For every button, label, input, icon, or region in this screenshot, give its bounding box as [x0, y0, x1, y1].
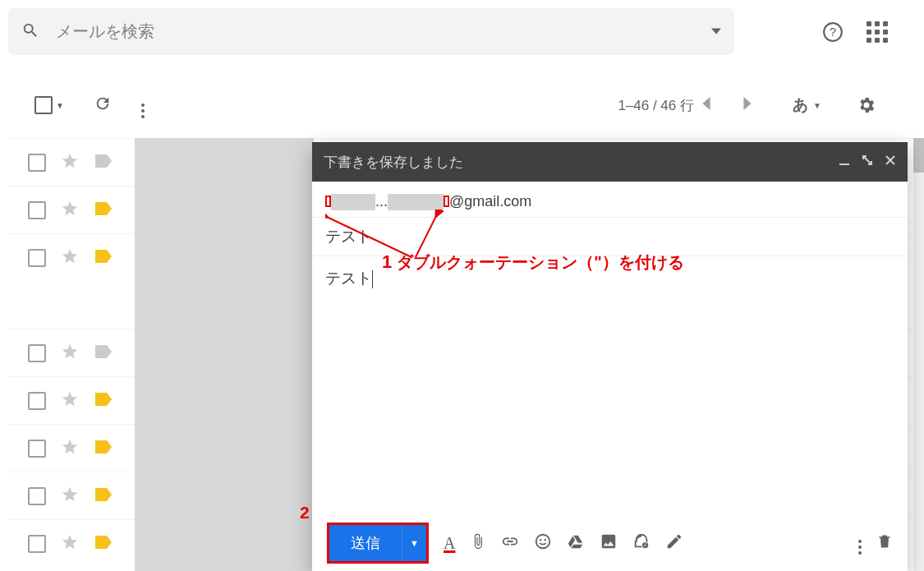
scrollbar[interactable]: [913, 138, 924, 571]
pagination-label: 1–46 / 46 行: [618, 82, 694, 128]
importance-icon[interactable]: [94, 486, 113, 507]
star-icon[interactable]: [61, 247, 79, 269]
svg-point-2: [536, 535, 550, 549]
list-preview-shade: [135, 138, 314, 571]
quote-mark-left: [325, 196, 331, 207]
row-checkbox[interactable]: [28, 154, 46, 172]
importance-icon[interactable]: [94, 390, 113, 412]
annotation-2: 2: [300, 503, 310, 523]
select-all-checkbox[interactable]: [34, 96, 53, 114]
star-icon[interactable]: [61, 200, 79, 221]
image-icon[interactable]: [600, 532, 618, 554]
drive-icon[interactable]: [567, 532, 585, 554]
importance-icon[interactable]: [94, 533, 113, 555]
prev-page-icon[interactable]: [702, 97, 710, 113]
row-checkbox[interactable]: [28, 535, 46, 553]
format-text-icon[interactable]: A: [444, 534, 455, 553]
search-icon: [21, 21, 39, 43]
subject-field[interactable]: テスト: [312, 218, 908, 256]
row-checkbox[interactable]: [28, 392, 46, 410]
svg-point-3: [540, 539, 542, 541]
select-all-dropdown-icon[interactable]: ▼: [56, 101, 64, 110]
body-field[interactable]: テスト: [312, 256, 908, 515]
row-checkbox[interactable]: [28, 487, 46, 505]
row-checkbox[interactable]: [28, 249, 46, 267]
redacted-local-1: [331, 194, 375, 210]
send-more-button[interactable]: ▼: [402, 525, 426, 561]
to-domain: @gmail.com: [449, 193, 531, 210]
search-placeholder: メールを検索: [56, 21, 711, 43]
star-icon[interactable]: [61, 486, 79, 507]
select-all[interactable]: ▼: [34, 96, 64, 114]
input-method-toggle[interactable]: あ▼: [793, 82, 821, 128]
star-icon[interactable]: [61, 152, 79, 173]
compose-toolbar: 送信 ▼ A: [312, 515, 908, 571]
scrollbar-thumb[interactable]: [913, 138, 924, 173]
toolbar: ▼ 1–46 / 46 行 あ▼: [8, 82, 916, 128]
star-icon[interactable]: [61, 343, 79, 364]
search-bar[interactable]: メールを検索: [8, 8, 734, 55]
close-icon[interactable]: [885, 154, 896, 170]
settings-icon[interactable]: [857, 82, 876, 128]
importance-icon[interactable]: [94, 343, 113, 364]
more-icon[interactable]: [141, 92, 145, 118]
emoji-icon[interactable]: [534, 532, 552, 554]
apps-icon[interactable]: [867, 21, 888, 43]
text-cursor: [372, 270, 373, 288]
send-button-highlight: 送信 ▼: [327, 523, 429, 564]
annotation-1: 1ダブルクォーテーション（"）を付ける: [382, 251, 684, 274]
row-checkbox[interactable]: [28, 344, 46, 362]
minimize-icon[interactable]: [839, 154, 850, 170]
more-options-icon[interactable]: [858, 532, 862, 555]
discard-icon[interactable]: [876, 532, 893, 554]
star-icon[interactable]: [61, 438, 79, 459]
ink-icon[interactable]: [665, 532, 683, 554]
attach-icon[interactable]: [470, 533, 486, 553]
star-icon[interactable]: [61, 533, 79, 555]
compose-title: 下書きを保存しました: [324, 153, 463, 172]
compose-window: 下書きを保存しました ...@gmail.com テスト テスト 送信 ▼ A: [312, 142, 908, 571]
to-field[interactable]: ...@gmail.com: [312, 182, 908, 218]
refresh-icon[interactable]: [94, 94, 112, 116]
quote-mark-right: [444, 196, 449, 207]
link-icon[interactable]: [501, 532, 519, 554]
svg-text:?: ?: [830, 25, 836, 39]
to-separator: ...: [375, 193, 388, 210]
importance-icon[interactable]: [94, 200, 113, 221]
importance-icon[interactable]: [94, 152, 113, 173]
send-button[interactable]: 送信: [329, 525, 402, 561]
help-icon[interactable]: ?: [822, 21, 844, 46]
svg-point-4: [545, 539, 546, 541]
compose-header[interactable]: 下書きを保存しました: [312, 142, 908, 182]
importance-icon[interactable]: [94, 247, 113, 269]
next-page-icon[interactable]: [743, 97, 752, 113]
row-checkbox[interactable]: [28, 201, 46, 219]
redacted-local-2: [388, 194, 444, 210]
star-icon[interactable]: [61, 390, 79, 412]
confidential-icon[interactable]: [632, 532, 650, 554]
fullscreen-icon[interactable]: [862, 154, 873, 170]
svg-rect-1: [839, 163, 849, 165]
row-checkbox[interactable]: [28, 440, 46, 458]
search-options-icon[interactable]: [711, 25, 721, 39]
importance-icon[interactable]: [94, 438, 113, 459]
